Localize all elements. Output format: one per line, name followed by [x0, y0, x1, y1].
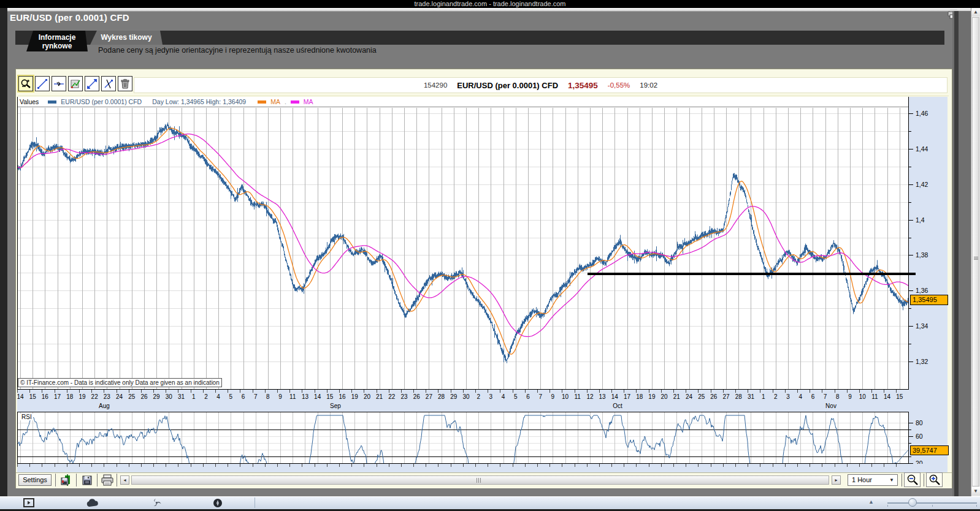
slider-tick [887, 505, 888, 507]
price-axis-minor-tick [909, 202, 911, 203]
x-axis-date-label: 20 [360, 393, 373, 400]
resize-tool-icon[interactable] [85, 76, 99, 91]
vscroll-thumb[interactable] [972, 17, 979, 486]
rsi-time-axis [17, 464, 947, 472]
interval-value: 1 Hour [852, 476, 872, 483]
trendline-tool-icon[interactable] [35, 76, 50, 91]
x-axis-date-label: 16 [335, 393, 349, 400]
compass-icon[interactable] [210, 498, 226, 508]
price-chart-canvas[interactable] [17, 97, 909, 390]
toolbar-separator [55, 474, 56, 486]
toolbar-separator [117, 474, 117, 486]
chevron-down-icon: ▼ [889, 475, 894, 485]
time-axis-ticks [17, 390, 909, 393]
horizontal-line-tool-icon[interactable] [52, 76, 66, 91]
x-axis-date-label: 30 [162, 393, 175, 400]
legend-ma2-label: MA [304, 98, 313, 105]
indicators-tool-icon[interactable] [68, 76, 83, 91]
tab-wykres-tikowy[interactable]: Wykres tikowy [90, 31, 163, 45]
x-axis-date-label: 6 [521, 393, 535, 400]
x-axis-date-label: 2 [199, 393, 213, 400]
x-axis-date-label: 5 [224, 393, 237, 400]
erase-line-tool-icon[interactable] [101, 76, 116, 91]
x-axis-date-label: 10 [559, 393, 572, 400]
x-axis-date-label: 23 [100, 393, 113, 400]
price-axis-label: 1,4 [916, 216, 925, 224]
price-axis-minor-tick [909, 238, 911, 238]
time-axis: 1415161718192223242526293031124567891113… [17, 390, 947, 412]
zoom-tool-icon[interactable] [18, 76, 33, 91]
price-axis-label: 1,34 [916, 322, 928, 330]
x-axis-date-label: 27 [422, 393, 435, 400]
zoom-slider-track[interactable] [887, 502, 977, 504]
horizontal-trendline[interactable] [588, 273, 916, 275]
rsi-chart-canvas[interactable] [17, 412, 909, 464]
x-axis-date-label: 31 [744, 393, 757, 400]
quote-time: 19:02 [640, 81, 657, 89]
top-divider [0, 8, 980, 12]
rsi-axis-minor-tick [909, 443, 911, 444]
left-edge [0, 8, 7, 511]
x-axis-date-label: 19 [348, 393, 361, 400]
x-axis-date-label: 21 [670, 393, 683, 400]
x-axis-date-label: 28 [732, 393, 745, 400]
x-axis-date-label: 24 [113, 393, 126, 400]
x-axis-date-label: 4 [212, 393, 225, 400]
zoom-out-button[interactable] [904, 472, 921, 487]
x-axis-date-label: 8 [831, 393, 844, 400]
legend-day-range: Day Low: 1,34965 High: 1,36409 [152, 98, 246, 105]
run-icon[interactable] [21, 498, 37, 508]
x-axis-date-label: 23 [397, 393, 411, 400]
print-button-icon[interactable] [100, 474, 115, 486]
x-axis-date-label: 5 [509, 393, 523, 400]
vscroll-up-button[interactable]: ▲ [971, 8, 980, 17]
scroll-left-button[interactable]: ◂ [120, 475, 129, 485]
price-axis: 1,461,441,421,41,381,361,341,32 [909, 97, 947, 412]
chart-hscrollbar[interactable] [131, 475, 829, 485]
swirl-icon[interactable] [148, 498, 164, 508]
scroll-right-button[interactable]: ▸ [832, 475, 841, 485]
x-axis-date-label: 20 [657, 393, 671, 400]
vscroll-grip [974, 257, 978, 260]
x-axis-date-label: 1 [757, 393, 770, 400]
taskbar-up-icon[interactable]: ▲ [868, 499, 874, 505]
delete-all-tool-icon[interactable] [118, 76, 132, 91]
price-axis-label: 1,38 [916, 251, 928, 259]
x-axis-date-label: 11 [868, 393, 881, 400]
save-chart-icon[interactable] [59, 474, 74, 486]
series-swatch-icon [48, 100, 56, 104]
x-axis-date-label: 19 [75, 393, 89, 400]
chart-legend: Values EUR/USD (per 0.0001) CFD Day Low:… [18, 97, 908, 107]
x-axis-date-label: 11 [571, 393, 584, 400]
x-axis-date-label: 18 [63, 393, 77, 400]
rsi-label: RSI [20, 414, 33, 420]
x-axis-date-label: 28 [435, 393, 448, 400]
cloud-icon[interactable] [85, 498, 101, 508]
tab-informacje-rynkowe[interactable]: Informacje rynkowe [26, 31, 88, 51]
toolbar-separator [924, 474, 924, 486]
x-axis-date-label: 4 [497, 393, 510, 400]
x-axis-date-label: 6 [806, 393, 819, 400]
rsi-axis-label: 80 [916, 419, 923, 426]
x-axis-month-label: Aug [99, 403, 110, 409]
price-axis-minor-tick [909, 167, 911, 167]
settings-button[interactable]: Settings [18, 474, 52, 486]
disclaimer-text: Podane ceny są jedynie orientacyjne i re… [98, 46, 377, 55]
x-axis-date-label: 6 [237, 393, 250, 400]
price-axis-tick [909, 326, 913, 327]
x-axis-date-label: 25 [695, 393, 708, 400]
price-change: -0,55% [608, 81, 630, 89]
zoom-in-button[interactable] [926, 472, 943, 487]
x-axis-date-label: 14 [311, 393, 324, 400]
x-axis-date-label: 31 [175, 393, 188, 400]
x-axis-date-label: 22 [385, 393, 399, 400]
x-axis-date-label: 27 [719, 393, 733, 400]
save-icon[interactable] [80, 474, 94, 486]
interval-dropdown[interactable]: 1 Hour ▼ [848, 474, 898, 486]
vscroll-down-button[interactable]: ▼ [971, 487, 980, 496]
page-title: EUR/USD (per 0.0001) CFD [10, 12, 129, 23]
page-vscrollbar[interactable]: ▲ ▼ [971, 8, 980, 496]
zoom-slider-handle[interactable] [908, 498, 917, 507]
legend-values-label: Values [20, 98, 39, 105]
price-axis-tick [909, 290, 913, 291]
